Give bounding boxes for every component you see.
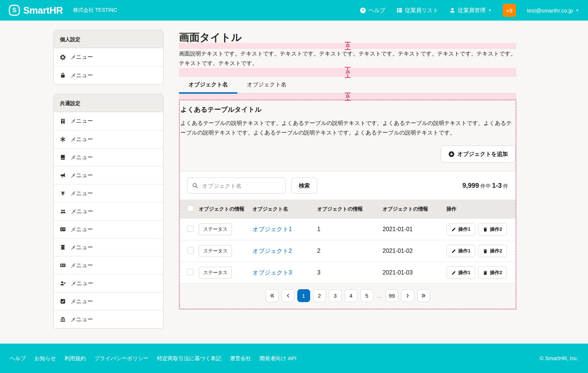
first-page-button[interactable] (266, 289, 279, 302)
footer-link-news[interactable]: お知らせ (35, 355, 56, 362)
footer-link-help[interactable]: ヘルプ (10, 355, 26, 362)
employee-admin-dropdown[interactable]: 従業員管理 (449, 7, 492, 14)
object-date-cell: 2021-01-01 (383, 219, 447, 240)
search-row: 検索 9,999 件中 1-3 件 (180, 172, 516, 200)
account-email: test@smarthr.co.jp (527, 7, 573, 14)
ruler-marker: 16 (345, 42, 351, 50)
edit-action-button[interactable]: 操作1 (447, 266, 475, 279)
delete-action-button[interactable]: 操作2 (478, 266, 507, 279)
trash-icon (483, 270, 488, 275)
table-row: ステータス オブジェクト1 1 2021-01-01 操作1 (180, 219, 516, 240)
last-page-button[interactable] (417, 289, 430, 302)
spacing-guide-16: 16 (179, 94, 516, 100)
count-range: 1-3 (492, 182, 502, 189)
page-button-4[interactable]: 4 (345, 289, 358, 302)
header-nav: ? ヘルプ 従業員リスト 従業員管理 +9 test@smarthr.co.jp (360, 4, 579, 17)
delete-action-button[interactable]: 操作2 (478, 223, 507, 236)
table-row: ステータス オブジェクト2 2 2021-01-02 操作1 (180, 240, 516, 262)
table-section: よくあるテーブルタイトル よくあるテーブルの説明テキストです。よくあるテーブルの… (179, 100, 516, 309)
sidebar-item-menu[interactable]: メニュー (54, 130, 163, 148)
row-checkbox[interactable] (187, 247, 194, 254)
user-check-icon (60, 280, 66, 286)
footer-link-terms[interactable]: 利用規約 (65, 355, 86, 362)
tab-object-name-active[interactable]: オブジェクト名 (179, 77, 237, 93)
sidebar-item-menu[interactable]: メニュー (54, 166, 163, 184)
footer-link-developer-api[interactable]: 開発者向け API (259, 355, 296, 362)
add-object-button[interactable]: オブジェクトを追加 (441, 146, 516, 162)
ruler-marker: 24 (345, 67, 351, 78)
pencil-icon (451, 270, 456, 275)
pencil-icon (451, 227, 456, 232)
spacing-guide-16: 16 (179, 43, 516, 49)
edit-action-button[interactable]: 操作1 (447, 245, 475, 257)
footer-link-commerce-law[interactable]: 特定商取引法に基づく表記 (157, 355, 221, 362)
object-link[interactable]: オブジェクト2 (252, 248, 292, 254)
page-description: 画面説明テキストです。テキストです。テキストです。テキストです。テキストです。テ… (179, 49, 516, 68)
sidebar-item-menu[interactable]: $ メニュー (54, 256, 163, 274)
copyright: © SmartHR, Inc. (539, 355, 578, 361)
ruler-marker: 16 (345, 93, 351, 101)
notification-badge[interactable]: +9 (503, 4, 516, 17)
database-icon (60, 244, 66, 250)
row-actions: 操作1 操作2 (447, 245, 513, 257)
users-icon (60, 208, 66, 214)
svg-text:¥: ¥ (61, 190, 65, 196)
page-button-5[interactable]: 5 (361, 289, 373, 302)
delete-action-button[interactable]: 操作2 (478, 245, 507, 257)
company-name: 株式会社 TESTINC (73, 7, 117, 14)
sidebar-item-menu[interactable]: メニュー (54, 112, 163, 130)
help-nav-item[interactable]: ? ヘルプ (360, 7, 386, 14)
sidebar-item-menu[interactable]: メニュー (54, 274, 163, 292)
row-checkbox[interactable] (187, 225, 194, 232)
status-badge: ステータス (199, 223, 232, 235)
sidebar-item-menu[interactable]: メニュー (54, 238, 163, 256)
sidebar-item-menu[interactable]: メニュー (54, 148, 163, 166)
tab-object-name[interactable]: オブジェクト名 (237, 77, 296, 93)
lock-icon (60, 72, 66, 78)
sidebar-item-menu[interactable]: メニュー (54, 202, 163, 220)
table-row: ステータス オブジェクト3 3 2021-01-03 操作1 (180, 262, 516, 284)
edit-action-button[interactable]: 操作1 (447, 223, 475, 236)
id-card-icon (60, 226, 66, 232)
app-header: S SmartHR 株式会社 TESTINC ? ヘルプ 従業員リスト 従業員管… (0, 0, 588, 21)
sidebar-item-menu[interactable]: メニュー (54, 48, 163, 66)
sidebar-item-label: メニュー (71, 280, 93, 287)
select-all-checkbox[interactable] (187, 205, 194, 212)
footer-link-company[interactable]: 運営会社 (230, 355, 251, 362)
yen-icon: ¥ (60, 190, 66, 196)
row-checkbox[interactable] (187, 269, 194, 275)
app-footer: ヘルプ お知らせ 利用規約 プライバシーポリシー 特定商取引法に基づく表記 運営… (0, 344, 588, 373)
page-button-2[interactable]: 2 (313, 289, 326, 302)
search-input[interactable] (201, 182, 280, 189)
status-badge: ステータス (199, 267, 232, 279)
object-link[interactable]: オブジェクト3 (252, 269, 292, 276)
search-button[interactable]: 検索 (291, 177, 317, 194)
count-of: 件中 (480, 183, 491, 189)
column-header: オブジェクトの情報 (317, 200, 383, 219)
prev-page-button[interactable] (282, 289, 294, 302)
sidebar-item-label: メニュー (71, 118, 93, 125)
object-info-cell: 2 (317, 240, 383, 262)
page-button-1[interactable]: 1 (297, 289, 310, 302)
sidebar-item-menu[interactable]: メニュー (54, 310, 163, 328)
sidebar-item-menu[interactable]: メニュー (54, 66, 163, 84)
next-page-button[interactable] (401, 289, 414, 302)
sidebar-item-menu[interactable]: メニュー (54, 292, 163, 310)
trash-icon (483, 227, 488, 232)
footer-link-privacy[interactable]: プライバシーポリシー (94, 355, 149, 362)
main-content: 画面タイトル 16 画面説明テキストです。テキストです。テキストです。テキストで… (179, 32, 516, 309)
sidebar-item-label: メニュー (71, 54, 93, 61)
page-button-99[interactable]: 99 (386, 289, 398, 302)
row-actions: 操作1 操作2 (447, 266, 513, 279)
column-header: オブジェクトの情報 (383, 200, 447, 219)
object-link[interactable]: オブジェクト1 (252, 226, 292, 232)
sidebar-item-label: メニュー (71, 190, 93, 197)
column-header: オブジェクトの情報 (199, 200, 252, 219)
sidebar-item-menu[interactable]: ¥ メニュー (54, 184, 163, 202)
trash-icon (483, 249, 488, 254)
page-button-3[interactable]: 3 (329, 289, 342, 302)
account-dropdown[interactable]: test@smarthr.co.jp (527, 7, 579, 14)
employee-list-nav-item[interactable]: 従業員リスト (397, 7, 438, 14)
smarthr-logo[interactable]: S SmartHR (9, 5, 63, 16)
sidebar-item-menu[interactable]: メニュー (54, 220, 163, 238)
